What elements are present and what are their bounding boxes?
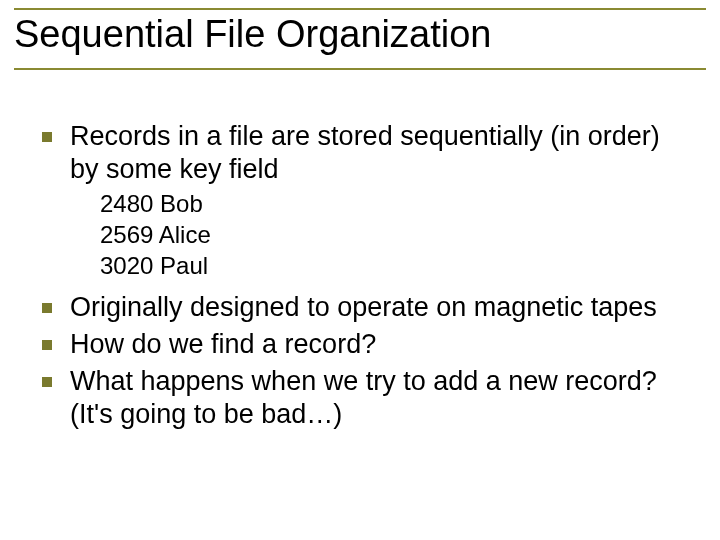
record-item: 2569 Alice xyxy=(100,219,690,250)
slide-title: Sequential File Organization xyxy=(14,12,499,58)
title-rule-bottom xyxy=(14,68,706,70)
bullet-item: Records in a file are stored sequentiall… xyxy=(40,120,690,281)
record-item: 3020 Paul xyxy=(100,250,690,281)
bullet-text: Records in a file are stored sequentiall… xyxy=(70,121,660,184)
body: Records in a file are stored sequentiall… xyxy=(40,120,690,435)
bullet-text: What happens when we try to add a new re… xyxy=(70,366,657,429)
bullet-item: How do we find a record? xyxy=(40,328,690,361)
record-item: 2480 Bob xyxy=(100,188,690,219)
bullet-item: Originally designed to operate on magnet… xyxy=(40,291,690,324)
slide: Sequential File Organization Records in … xyxy=(0,0,720,540)
record-list: 2480 Bob 2569 Alice 3020 Paul xyxy=(70,188,690,282)
title-wrap: Sequential File Organization xyxy=(14,6,706,58)
bullet-text: How do we find a record? xyxy=(70,329,376,359)
bullet-text: Originally designed to operate on magnet… xyxy=(70,292,657,322)
bullet-list: Records in a file are stored sequentiall… xyxy=(40,120,690,431)
bullet-item: What happens when we try to add a new re… xyxy=(40,365,690,431)
